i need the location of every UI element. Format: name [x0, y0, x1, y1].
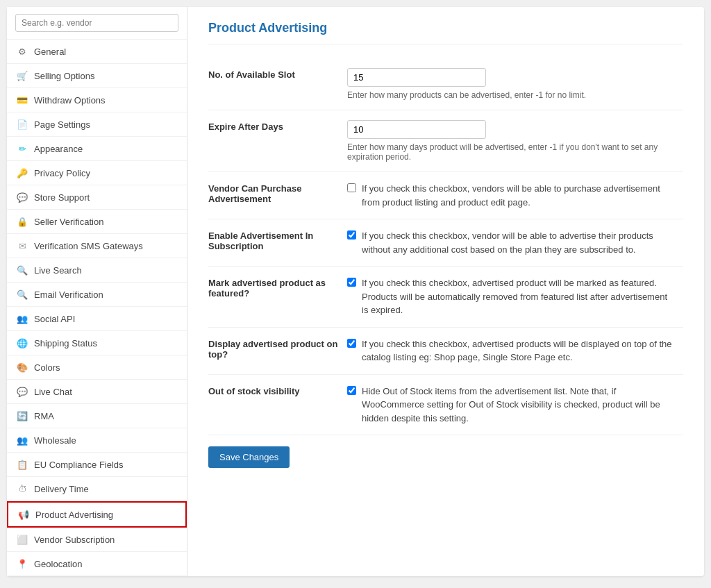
form-label-out-of-stock: Out of stock visibility — [208, 374, 347, 435]
wholesale-icon: 👥 — [17, 435, 28, 446]
privacy-policy-icon: 🔑 — [17, 167, 28, 178]
seller-verification-icon: 🔒 — [17, 216, 28, 227]
live-search-icon: 🔍 — [17, 264, 28, 276]
mark-featured-checkbox[interactable] — [347, 278, 356, 287]
sidebar-item-label-colors: Colors — [34, 362, 60, 373]
form-table: No. of Available SlotEnter how many prod… — [208, 58, 683, 435]
form-label-expire-after-days: Expire After Days — [208, 110, 347, 172]
form-field-enable-advertisement: If you check this checkbox, vendor will … — [347, 219, 683, 267]
expire-after-days-input[interactable] — [347, 120, 486, 139]
sidebar-item-verification-sms[interactable]: ✉Verification SMS Gateways — [7, 234, 187, 258]
sidebar-item-geolocation[interactable]: 📍Geolocation — [7, 552, 187, 576]
sidebar-item-label-product-advertising: Product Advertising — [35, 510, 113, 520]
form-field-out-of-stock: Hide Out of Stock items from the adverti… — [347, 374, 683, 435]
sidebar-item-vendor-subscription[interactable]: ⬜Vendor Subscription — [7, 528, 187, 552]
product-advertising-icon: 📢 — [18, 509, 29, 520]
form-label-mark-featured: Mark advertised product as featured? — [208, 267, 347, 328]
sidebar-item-label-general: General — [34, 47, 66, 57]
sidebar-item-label-page-settings: Page Settings — [34, 119, 90, 130]
sidebar-item-seller-verification[interactable]: 🔒Seller Verification — [7, 210, 187, 234]
appearance-icon: ✏ — [17, 143, 28, 154]
mark-featured-checkbox-label: If you check this checkbox, advertised p… — [362, 276, 675, 317]
form-label-enable-advertisement: Enable Advertisement In Subscription — [208, 219, 347, 267]
vendor-purchase-checkbox-label: If you check this checkbox, vendors will… — [362, 182, 675, 209]
display-on-top-checkbox-label: If you check this checkbox, advertised p… — [362, 337, 675, 364]
live-chat-icon: 💬 — [17, 386, 28, 397]
display-on-top-checkbox[interactable] — [347, 339, 356, 348]
colors-icon: 🎨 — [17, 362, 28, 373]
sidebar-item-label-eu-compliance: EU Compliance Fields — [34, 460, 124, 470]
sidebar-item-label-store-support: Store Support — [34, 192, 90, 203]
sidebar-item-eu-compliance[interactable]: 📋EU Compliance Fields — [7, 453, 187, 477]
main-content: Product Advertising No. of Available Slo… — [187, 7, 704, 576]
sidebar-item-shipping-status[interactable]: 🌐Shipping Status — [7, 331, 187, 355]
sidebar-item-product-advertising[interactable]: 📢Product Advertising — [7, 501, 187, 528]
form-field-expire-after-days: Enter how many days product will be adve… — [347, 110, 683, 172]
sidebar-item-label-vendor-subscription: Vendor Subscription — [34, 535, 115, 545]
enable-advertisement-checkbox[interactable] — [347, 230, 356, 240]
form-row-enable-advertisement: Enable Advertisement In SubscriptionIf y… — [208, 219, 683, 267]
sidebar-item-wholesale[interactable]: 👥Wholesale — [7, 428, 187, 453]
sidebar-item-label-selling-options: Selling Options — [34, 71, 94, 81]
form-row-mark-featured: Mark advertised product as featured?If y… — [208, 267, 683, 328]
sidebar-item-social-api[interactable]: 👥Social API — [7, 307, 187, 331]
rma-icon: 🔄 — [17, 410, 28, 421]
sidebar-search-input[interactable] — [15, 14, 178, 32]
sidebar-item-withdraw-options[interactable]: 💳Withdraw Options — [7, 88, 187, 112]
form-row-expire-after-days: Expire After DaysEnter how many days pro… — [208, 110, 683, 172]
sidebar-item-live-chat[interactable]: 💬Live Chat — [7, 380, 187, 404]
verification-sms-icon: ✉ — [17, 240, 28, 251]
available-slot-input[interactable] — [347, 68, 486, 87]
form-row-vendor-purchase: Vendor Can Purchase AdvertisementIf you … — [208, 172, 683, 219]
save-changes-button[interactable]: Save Changes — [208, 446, 290, 468]
sidebar-item-general[interactable]: ⚙General — [7, 40, 187, 64]
general-icon: ⚙ — [17, 46, 28, 57]
sidebar-item-label-live-chat: Live Chat — [34, 387, 72, 397]
sidebar-item-live-search[interactable]: 🔍Live Search — [7, 258, 187, 283]
form-field-display-on-top: If you check this checkbox, advertised p… — [347, 327, 683, 374]
sidebar-item-label-verification-sms: Verification SMS Gateways — [34, 241, 143, 251]
sidebar-item-page-settings[interactable]: 📄Page Settings — [7, 112, 187, 137]
social-api-icon: 👥 — [17, 313, 28, 324]
form-field-available-slot: Enter how many products can be advertise… — [347, 58, 683, 110]
page-settings-icon: 📄 — [17, 119, 28, 130]
sidebar-item-label-social-api: Social API — [34, 314, 75, 324]
sidebar-item-store-support[interactable]: 💬Store Support — [7, 185, 187, 210]
sidebar-item-colors[interactable]: 🎨Colors — [7, 355, 187, 380]
sidebar-item-label-live-search: Live Search — [34, 265, 82, 276]
sidebar-item-label-wholesale: Wholesale — [34, 435, 76, 446]
sidebar-item-label-email-verification: Email Verification — [34, 289, 103, 300]
geolocation-icon: 📍 — [17, 558, 28, 569]
sidebar-item-label-rma: RMA — [34, 411, 54, 421]
sidebar-item-rma[interactable]: 🔄RMA — [7, 404, 187, 428]
out-of-stock-checkbox-label: Hide Out of Stock items from the adverti… — [362, 385, 675, 426]
form-row-available-slot: No. of Available SlotEnter how many prod… — [208, 58, 683, 110]
available-slot-description: Enter how many products can be advertise… — [347, 90, 675, 100]
shipping-status-icon: 🌐 — [17, 337, 28, 348]
email-verification-icon: 🔍 — [17, 289, 28, 300]
eu-compliance-icon: 📋 — [17, 459, 28, 470]
vendor-purchase-checkbox[interactable] — [347, 183, 356, 192]
sidebar-item-label-delivery-time: Delivery Time — [34, 484, 89, 494]
sidebar-item-label-withdraw-options: Withdraw Options — [34, 95, 106, 106]
expire-after-days-description: Enter how many days product will be adve… — [347, 142, 675, 162]
vendor-subscription-icon: ⬜ — [17, 534, 28, 545]
sidebar-item-label-shipping-status: Shipping Status — [34, 338, 97, 348]
sidebar-item-selling-options[interactable]: 🛒Selling Options — [7, 64, 187, 88]
form-row-out-of-stock: Out of stock visibilityHide Out of Stock… — [208, 374, 683, 435]
out-of-stock-checkbox[interactable] — [347, 386, 356, 395]
sidebar-item-label-privacy-policy: Privacy Policy — [34, 168, 90, 178]
sidebar-search-container — [7, 7, 187, 40]
form-label-available-slot: No. of Available Slot — [208, 58, 347, 110]
sidebar: ⚙General🛒Selling Options💳Withdraw Option… — [7, 7, 187, 576]
sidebar-item-email-verification[interactable]: 🔍Email Verification — [7, 283, 187, 307]
sidebar-item-delivery-time[interactable]: ⏱Delivery Time — [7, 477, 187, 501]
sidebar-item-appearance[interactable]: ✏Appearance — [7, 137, 187, 161]
sidebar-item-label-geolocation: Geolocation — [34, 559, 82, 569]
sidebar-item-privacy-policy[interactable]: 🔑Privacy Policy — [7, 161, 187, 185]
sidebar-item-label-appearance: Appearance — [34, 144, 83, 154]
form-label-display-on-top: Display advertised product on top? — [208, 327, 347, 374]
selling-options-icon: 🛒 — [17, 70, 28, 81]
delivery-time-icon: ⏱ — [17, 483, 28, 494]
form-label-vendor-purchase: Vendor Can Purchase Advertisement — [208, 172, 347, 219]
